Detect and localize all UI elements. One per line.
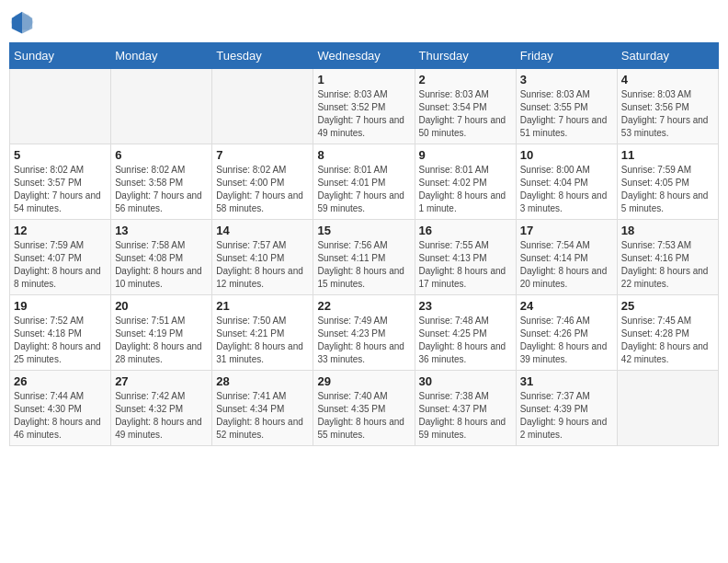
day-number: 6 [115, 148, 208, 162]
day-info: Sunrise: 8:03 AM Sunset: 3:54 PM Dayligh… [419, 88, 512, 140]
day-info: Sunrise: 7:55 AM Sunset: 4:13 PM Dayligh… [419, 239, 512, 291]
calendar-cell: 18Sunrise: 7:53 AM Sunset: 4:16 PM Dayli… [617, 220, 718, 295]
day-info: Sunrise: 7:59 AM Sunset: 4:07 PM Dayligh… [14, 239, 107, 291]
day-number: 2 [419, 73, 512, 86]
day-info: Sunrise: 7:52 AM Sunset: 4:18 PM Dayligh… [14, 315, 107, 366]
weekday-header: Monday [111, 43, 212, 69]
weekday-header: Sunday [10, 43, 111, 69]
calendar-cell: 1Sunrise: 8:03 AM Sunset: 3:52 PM Daylig… [313, 69, 415, 144]
calendar-cell: 27Sunrise: 7:42 AM Sunset: 4:32 PM Dayli… [111, 371, 212, 446]
day-number: 20 [115, 299, 208, 313]
day-info: Sunrise: 8:03 AM Sunset: 3:52 PM Dayligh… [317, 88, 410, 140]
calendar-week-row: 19Sunrise: 7:52 AM Sunset: 4:18 PM Dayli… [10, 295, 719, 371]
weekday-header-row: SundayMondayTuesdayWednesdayThursdayFrid… [10, 43, 719, 69]
calendar-cell: 26Sunrise: 7:44 AM Sunset: 4:30 PM Dayli… [10, 371, 111, 446]
day-number: 13 [115, 224, 208, 237]
day-number: 15 [317, 224, 410, 237]
day-info: Sunrise: 8:00 AM Sunset: 4:04 PM Dayligh… [520, 164, 613, 215]
day-info: Sunrise: 8:02 AM Sunset: 4:00 PM Dayligh… [216, 164, 309, 215]
day-info: Sunrise: 7:41 AM Sunset: 4:34 PM Dayligh… [216, 390, 309, 442]
calendar-cell: 11Sunrise: 7:59 AM Sunset: 4:05 PM Dayli… [617, 144, 718, 220]
calendar-cell: 15Sunrise: 7:56 AM Sunset: 4:11 PM Dayli… [313, 220, 415, 295]
day-info: Sunrise: 7:38 AM Sunset: 4:37 PM Dayligh… [419, 390, 512, 442]
calendar-cell: 10Sunrise: 8:00 AM Sunset: 4:04 PM Dayli… [516, 144, 617, 220]
day-info: Sunrise: 7:54 AM Sunset: 4:14 PM Dayligh… [520, 239, 613, 291]
day-number: 24 [520, 299, 613, 313]
day-number: 3 [520, 73, 613, 86]
day-info: Sunrise: 7:53 AM Sunset: 4:16 PM Dayligh… [621, 239, 714, 291]
day-info: Sunrise: 7:56 AM Sunset: 4:11 PM Dayligh… [317, 239, 410, 291]
day-number: 23 [419, 299, 512, 313]
day-info: Sunrise: 7:42 AM Sunset: 4:32 PM Dayligh… [115, 390, 208, 442]
day-number: 31 [520, 374, 613, 388]
svg-marker-1 [22, 12, 32, 34]
day-number: 7 [216, 148, 309, 162]
calendar-cell: 7Sunrise: 8:02 AM Sunset: 4:00 PM Daylig… [212, 144, 313, 220]
calendar-cell: 6Sunrise: 8:02 AM Sunset: 3:58 PM Daylig… [111, 144, 212, 220]
calendar-cell: 12Sunrise: 7:59 AM Sunset: 4:07 PM Dayli… [10, 220, 111, 295]
calendar-table: SundayMondayTuesdayWednesdayThursdayFrid… [9, 42, 719, 446]
logo [9, 9, 37, 35]
day-number: 30 [419, 374, 512, 388]
calendar-cell: 29Sunrise: 7:40 AM Sunset: 4:35 PM Dayli… [313, 371, 415, 446]
day-number: 12 [14, 224, 107, 237]
calendar-cell [111, 69, 212, 144]
calendar-cell [212, 69, 313, 144]
calendar-cell: 9Sunrise: 8:01 AM Sunset: 4:02 PM Daylig… [415, 144, 516, 220]
calendar-cell: 21Sunrise: 7:50 AM Sunset: 4:21 PM Dayli… [212, 295, 313, 371]
calendar-week-row: 26Sunrise: 7:44 AM Sunset: 4:30 PM Dayli… [10, 371, 719, 446]
day-number: 17 [520, 224, 613, 237]
day-number: 28 [216, 374, 309, 388]
calendar-cell: 14Sunrise: 7:57 AM Sunset: 4:10 PM Dayli… [212, 220, 313, 295]
day-info: Sunrise: 8:01 AM Sunset: 4:02 PM Dayligh… [419, 164, 512, 215]
day-info: Sunrise: 7:40 AM Sunset: 4:35 PM Dayligh… [317, 390, 410, 442]
day-number: 9 [419, 148, 512, 162]
day-number: 21 [216, 299, 309, 313]
calendar-cell: 3Sunrise: 8:03 AM Sunset: 3:55 PM Daylig… [516, 69, 617, 144]
day-number: 11 [621, 148, 714, 162]
calendar-cell: 30Sunrise: 7:38 AM Sunset: 4:37 PM Dayli… [415, 371, 516, 446]
day-info: Sunrise: 8:02 AM Sunset: 3:58 PM Dayligh… [115, 164, 208, 215]
calendar-cell: 19Sunrise: 7:52 AM Sunset: 4:18 PM Dayli… [10, 295, 111, 371]
calendar-cell: 23Sunrise: 7:48 AM Sunset: 4:25 PM Dayli… [415, 295, 516, 371]
calendar-cell: 22Sunrise: 7:49 AM Sunset: 4:23 PM Dayli… [313, 295, 415, 371]
day-number: 8 [317, 148, 410, 162]
svg-marker-2 [12, 12, 22, 34]
calendar-cell: 16Sunrise: 7:55 AM Sunset: 4:13 PM Dayli… [415, 220, 516, 295]
day-info: Sunrise: 7:45 AM Sunset: 4:28 PM Dayligh… [621, 315, 714, 366]
day-number: 19 [14, 299, 107, 313]
calendar-cell: 25Sunrise: 7:45 AM Sunset: 4:28 PM Dayli… [617, 295, 718, 371]
day-number: 27 [115, 374, 208, 388]
day-number: 22 [317, 299, 410, 313]
calendar-cell: 24Sunrise: 7:46 AM Sunset: 4:26 PM Dayli… [516, 295, 617, 371]
day-info: Sunrise: 8:01 AM Sunset: 4:01 PM Dayligh… [317, 164, 410, 215]
weekday-header: Saturday [617, 43, 718, 69]
calendar-cell [10, 69, 111, 144]
calendar-cell: 28Sunrise: 7:41 AM Sunset: 4:34 PM Dayli… [212, 371, 313, 446]
calendar-cell: 20Sunrise: 7:51 AM Sunset: 4:19 PM Dayli… [111, 295, 212, 371]
calendar-cell: 31Sunrise: 7:37 AM Sunset: 4:39 PM Dayli… [516, 371, 617, 446]
calendar-cell: 8Sunrise: 8:01 AM Sunset: 4:01 PM Daylig… [313, 144, 415, 220]
day-number: 5 [14, 148, 107, 162]
weekday-header: Friday [516, 43, 617, 69]
day-info: Sunrise: 7:44 AM Sunset: 4:30 PM Dayligh… [14, 390, 107, 442]
weekday-header: Wednesday [313, 43, 415, 69]
calendar-cell: 2Sunrise: 8:03 AM Sunset: 3:54 PM Daylig… [415, 69, 516, 144]
day-number: 16 [419, 224, 512, 237]
day-info: Sunrise: 7:59 AM Sunset: 4:05 PM Dayligh… [621, 164, 714, 215]
day-number: 4 [621, 73, 714, 86]
calendar-week-row: 1Sunrise: 8:03 AM Sunset: 3:52 PM Daylig… [10, 69, 719, 144]
day-number: 1 [317, 73, 410, 86]
calendar-cell: 5Sunrise: 8:02 AM Sunset: 3:57 PM Daylig… [10, 144, 111, 220]
day-info: Sunrise: 7:51 AM Sunset: 4:19 PM Dayligh… [115, 315, 208, 366]
calendar-week-row: 5Sunrise: 8:02 AM Sunset: 3:57 PM Daylig… [10, 144, 719, 220]
day-info: Sunrise: 7:46 AM Sunset: 4:26 PM Dayligh… [520, 315, 613, 366]
logo-icon [9, 9, 35, 35]
calendar-cell: 13Sunrise: 7:58 AM Sunset: 4:08 PM Dayli… [111, 220, 212, 295]
day-info: Sunrise: 8:02 AM Sunset: 3:57 PM Dayligh… [14, 164, 107, 215]
day-number: 26 [14, 374, 107, 388]
weekday-header: Thursday [415, 43, 516, 69]
day-info: Sunrise: 7:57 AM Sunset: 4:10 PM Dayligh… [216, 239, 309, 291]
day-info: Sunrise: 7:48 AM Sunset: 4:25 PM Dayligh… [419, 315, 512, 366]
day-number: 18 [621, 224, 714, 237]
